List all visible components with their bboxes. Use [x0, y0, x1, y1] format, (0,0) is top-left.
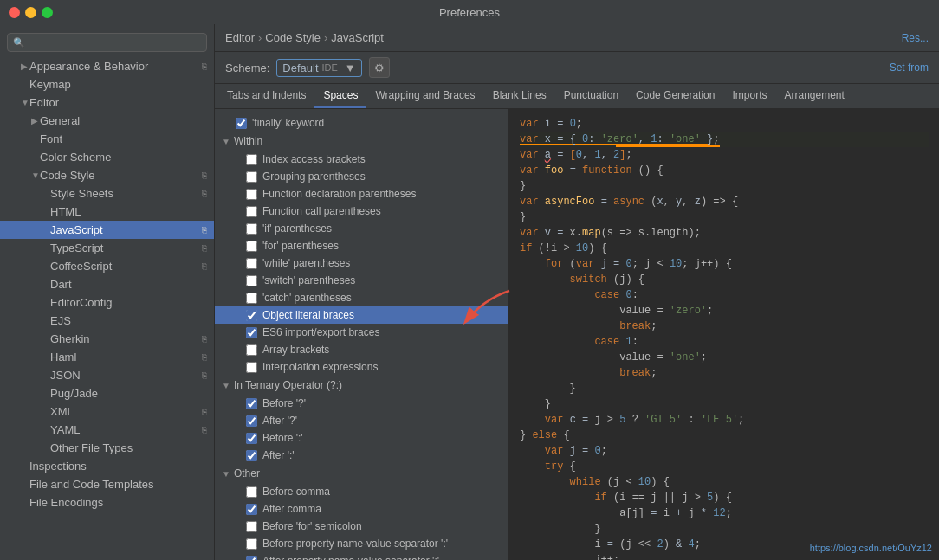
option-finally-keyword[interactable]: 'finally' keyword	[215, 114, 508, 132]
sidebar-item-haml[interactable]: Haml ⎘	[0, 348, 214, 366]
tab-arrangement[interactable]: Arrangement	[775, 84, 852, 108]
checkbox-catch-parens[interactable]	[246, 293, 257, 304]
sidebar-item-dart[interactable]: Dart	[0, 275, 214, 293]
checkbox-after-colon[interactable]	[246, 450, 257, 461]
tab-tabs-indents[interactable]: Tabs and Indents	[218, 84, 314, 108]
option-before-question[interactable]: Before '?'	[215, 395, 508, 412]
option-before-prop-sep[interactable]: Before property name-value separator ':'	[215, 535, 508, 552]
sidebar-item-other-file-types[interactable]: Other File Types	[0, 439, 214, 457]
option-func-call[interactable]: Function call parentheses	[215, 203, 508, 220]
checkbox-object-literal[interactable]	[246, 310, 257, 321]
checkbox-func-decl[interactable]	[246, 189, 257, 200]
option-for-parens[interactable]: 'for' parentheses	[215, 237, 508, 254]
option-before-comma[interactable]: Before comma	[215, 483, 508, 500]
maximize-button[interactable]	[42, 7, 53, 18]
sidebar-item-keymap[interactable]: Keymap	[0, 75, 214, 93]
checkbox-switch-parens[interactable]	[246, 275, 257, 286]
search-box[interactable]: 🔍	[7, 33, 207, 52]
option-interpolation[interactable]: Interpolation expressions	[215, 358, 508, 376]
sidebar-item-javascript[interactable]: JavaScript ⎘	[0, 221, 214, 239]
sidebar-item-gherkin[interactable]: Gherkin ⎘	[0, 330, 214, 348]
checkbox-index-access[interactable]	[246, 154, 257, 165]
tab-blank-lines[interactable]: Blank Lines	[484, 84, 555, 108]
option-before-for-semi[interactable]: Before 'for' semicolon	[215, 518, 508, 535]
checkbox-after-comma[interactable]	[246, 504, 257, 515]
sidebar-item-color-scheme[interactable]: Color Scheme	[0, 148, 214, 166]
checkbox-after-prop-sep[interactable]	[246, 556, 257, 561]
checkbox-interpolation[interactable]	[246, 362, 257, 373]
option-object-literal[interactable]: Object literal braces	[215, 306, 508, 324]
checkbox-before-colon[interactable]	[246, 433, 257, 444]
sidebar-item-general[interactable]: General	[0, 112, 214, 130]
option-before-colon[interactable]: Before ':'	[215, 429, 508, 447]
checkbox-before-for-semi[interactable]	[246, 521, 257, 532]
checkbox-func-call[interactable]	[246, 206, 257, 217]
option-switch-parens[interactable]: 'switch' parentheses	[215, 272, 508, 289]
scheme-select[interactable]: Default IDE ▼	[276, 59, 361, 77]
copy-icon: ⎘	[202, 243, 207, 253]
option-func-decl[interactable]: Function declaration parentheses	[215, 185, 508, 203]
reset-link[interactable]: Res...	[902, 32, 929, 44]
option-array-brackets[interactable]: Array brackets	[215, 341, 508, 358]
checkbox-grouping[interactable]	[246, 171, 257, 183]
tab-spaces[interactable]: Spaces	[314, 84, 366, 108]
content-header: Editor › Code Style › JavaScript Res...	[215, 24, 939, 52]
sidebar-item-yaml[interactable]: YAML ⎘	[0, 421, 214, 439]
code-line-27: }	[520, 521, 929, 537]
sidebar-item-stylesheets[interactable]: Style Sheets ⎘	[0, 184, 214, 203]
dropdown-arrow[interactable]: ▼	[345, 61, 356, 74]
checkbox-if-parens[interactable]	[246, 223, 257, 235]
tab-code-generation[interactable]: Code Generation	[627, 84, 723, 108]
sidebar-item-file-code-templates[interactable]: File and Code Templates	[0, 475, 214, 493]
options-panel: 'finally' keyword ▼ Within Index access …	[215, 109, 509, 560]
sidebar-item-xml[interactable]: XML ⎘	[0, 402, 214, 421]
set-from-link[interactable]: Set from	[890, 61, 929, 74]
checkbox-finally[interactable]	[236, 118, 247, 129]
sidebar-item-inspections[interactable]: Inspections	[0, 457, 214, 475]
checkbox-after-q[interactable]	[246, 415, 257, 427]
sidebar-item-typescript[interactable]: TypeScript ⎘	[0, 239, 214, 257]
option-es6-import[interactable]: ES6 import/export braces	[215, 324, 508, 341]
code-line-24: while (j < 10) {	[520, 474, 929, 490]
code-line-14: break;	[520, 319, 929, 334]
sidebar-item-pug[interactable]: Pug/Jade	[0, 384, 214, 402]
within-label: Within	[234, 135, 262, 147]
tabs-bar: Tabs and Indents Spaces Wrapping and Bra…	[215, 84, 939, 109]
option-while-parens[interactable]: 'while' parentheses	[215, 254, 508, 272]
option-after-colon[interactable]: After ':'	[215, 447, 508, 464]
sidebar-item-code-style[interactable]: Code Style ⎘	[0, 166, 214, 184]
checkbox-array-brackets[interactable]	[246, 344, 257, 356]
checkbox-while-parens[interactable]	[246, 258, 257, 269]
sidebar-item-coffeescript[interactable]: CoffeeScript ⎘	[0, 257, 214, 275]
sidebar-item-ejs[interactable]: EJS	[0, 312, 214, 330]
search-input[interactable]	[29, 36, 201, 48]
close-button[interactable]	[9, 7, 20, 18]
sidebar-item-label: HTML	[50, 205, 207, 218]
option-catch-parens[interactable]: 'catch' parentheses	[215, 289, 508, 306]
gear-button[interactable]: ⚙	[369, 57, 390, 78]
option-after-question[interactable]: After '?'	[215, 412, 508, 429]
checkbox-for-parens[interactable]	[246, 241, 257, 252]
tab-wrapping[interactable]: Wrapping and Braces	[366, 84, 483, 108]
option-index-access[interactable]: Index access brackets	[215, 151, 508, 168]
tab-imports[interactable]: Imports	[723, 84, 775, 108]
sidebar-item-json[interactable]: JSON ⎘	[0, 366, 214, 384]
tab-punctuation[interactable]: Punctuation	[555, 84, 627, 108]
checkbox-before-comma[interactable]	[246, 486, 257, 498]
sidebar-item-font[interactable]: Font	[0, 130, 214, 148]
sidebar-item-appearance[interactable]: Appearance & Behavior ⎘	[0, 57, 214, 75]
code-line-7: }	[520, 209, 929, 225]
checkbox-before-prop-sep[interactable]	[246, 538, 257, 550]
sidebar-item-html[interactable]: HTML	[0, 203, 214, 221]
option-grouping[interactable]: Grouping parentheses	[215, 168, 508, 185]
checkbox-es6-import[interactable]	[246, 327, 257, 338]
option-if-parens[interactable]: 'if' parentheses	[215, 220, 508, 237]
sidebar-item-editorconfig[interactable]: EditorConfig	[0, 293, 214, 312]
minimize-button[interactable]	[25, 7, 36, 18]
option-after-comma[interactable]: After comma	[215, 500, 508, 518]
sidebar-item-editor[interactable]: Editor	[0, 93, 214, 112]
checkbox-before-q[interactable]	[246, 398, 257, 409]
sidebar-item-file-encodings[interactable]: File Encodings	[0, 493, 214, 512]
option-after-prop-sep[interactable]: After property name-value separator ':'	[215, 552, 508, 560]
option-label: After property name-value separator ':'	[262, 555, 439, 560]
